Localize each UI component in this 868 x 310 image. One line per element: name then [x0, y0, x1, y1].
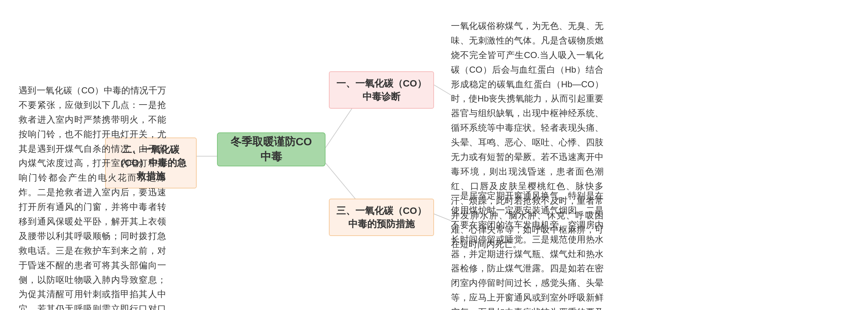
content-prevention: 一是居室定期开窗通风换气，特别是在使用煤炉时一定要安装通气烟囱。二是不要在密闭的…: [451, 188, 604, 310]
branch3-label: 三、一氧化碳（CO）中毒的预防措施: [336, 204, 427, 231]
content2-text: 遇到一氧化碳（CO）中毒的情况千万不要紧张，应做到以下几点：一是抢救者进入室内时…: [19, 85, 166, 310]
center-label: 冬季取暖谨防CO中毒: [228, 134, 315, 164]
branch-node-prevention: 三、一氧化碳（CO）中毒的预防措施: [329, 199, 434, 236]
branch-node-diagnosis: 一、一氧化碳（CO）中毒诊断: [329, 71, 434, 109]
content-rescue: 遇到一氧化碳（CO）中毒的情况千万不要紧张，应做到以下几点：一是抢救者进入室内时…: [19, 83, 166, 310]
branch1-label: 一、一氧化碳（CO）中毒诊断: [336, 77, 427, 103]
content3-text: 一是居室定期开窗通风换气，特别是在使用煤炉时一定要安装通气烟囱。二是不要在密闭的…: [451, 190, 604, 310]
svg-line-3: [434, 85, 451, 95]
center-node: 冬季取暖谨防CO中毒: [217, 132, 326, 166]
svg-line-5: [434, 214, 451, 221]
